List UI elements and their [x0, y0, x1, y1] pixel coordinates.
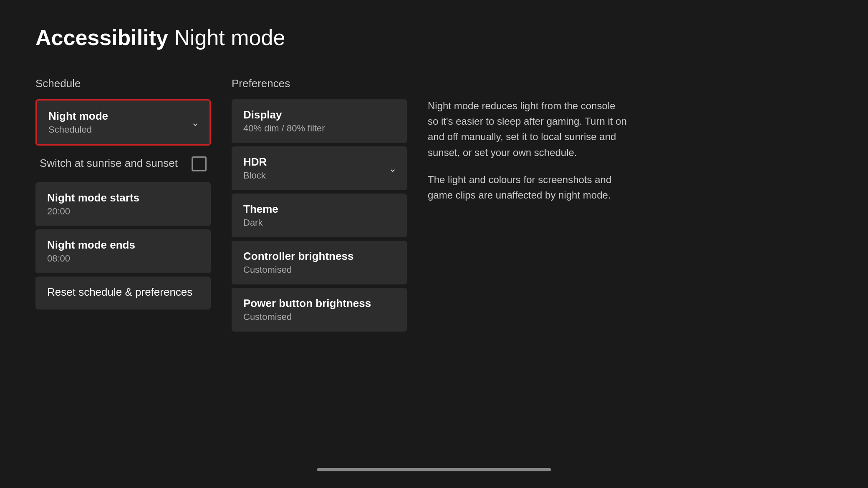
night-mode-chevron-icon: ⌄ — [191, 117, 199, 128]
scrollbar-container — [317, 468, 551, 471]
page-header: Accessibility Night mode — [35, 25, 285, 50]
night-mode-ends-title: Night mode ends — [47, 239, 199, 252]
breadcrumb-page: Night mode — [174, 25, 285, 50]
info-paragraph-1: Night mode reduces light from the consol… — [428, 98, 628, 160]
preferences-section-title: Preferences — [232, 77, 407, 90]
night-mode-ends-item[interactable]: Night mode ends 08:00 — [35, 229, 211, 273]
power-button-brightness-title: Power button brightness — [243, 297, 395, 310]
content-area: Schedule Night mode Scheduled ⌄ Switch a… — [35, 77, 807, 335]
reset-item[interactable]: Reset schedule & preferences — [35, 277, 211, 309]
controller-brightness-subtitle: Customised — [243, 264, 395, 275]
night-mode-ends-value: 08:00 — [47, 253, 199, 264]
info-text: Night mode reduces light from the consol… — [428, 98, 628, 203]
scrollbar-thumb[interactable] — [317, 468, 551, 471]
hdr-subtitle: Block — [243, 170, 395, 181]
info-paragraph-2: The light and colours for screenshots an… — [428, 172, 628, 203]
hdr-title: HDR — [243, 156, 395, 169]
power-button-brightness-subtitle: Customised — [243, 312, 395, 322]
night-mode-starts-item[interactable]: Night mode starts 20:00 — [35, 182, 211, 226]
theme-subtitle: Dark — [243, 217, 395, 228]
hdr-chevron-icon: ⌄ — [389, 163, 397, 174]
night-mode-title: Night mode — [48, 110, 198, 123]
schedule-section-title: Schedule — [35, 77, 211, 90]
breadcrumb-bold: Accessibility — [35, 25, 168, 50]
controller-brightness-title: Controller brightness — [243, 250, 395, 263]
theme-item[interactable]: Theme Dark — [232, 194, 407, 237]
info-column: Night mode reduces light from the consol… — [428, 77, 628, 335]
controller-brightness-item[interactable]: Controller brightness Customised — [232, 241, 407, 284]
theme-title: Theme — [243, 203, 395, 216]
preferences-column: Preferences Display 40% dim / 80% filter… — [232, 77, 407, 335]
sunrise-sunset-item[interactable]: Switch at sunrise and sunset — [35, 149, 211, 179]
reset-label: Reset schedule & preferences — [47, 286, 199, 299]
power-button-brightness-item[interactable]: Power button brightness Customised — [232, 288, 407, 332]
hdr-item[interactable]: HDR Block ⌄ — [232, 146, 407, 190]
schedule-column: Schedule Night mode Scheduled ⌄ Switch a… — [35, 77, 211, 335]
night-mode-starts-title: Night mode starts — [47, 191, 199, 204]
night-mode-starts-value: 20:00 — [47, 206, 199, 217]
sunrise-sunset-label: Switch at sunrise and sunset — [40, 157, 178, 170]
sunrise-sunset-checkbox[interactable] — [192, 156, 207, 171]
display-title: Display — [243, 108, 395, 121]
night-mode-item[interactable]: Night mode Scheduled ⌄ — [35, 99, 211, 146]
display-item[interactable]: Display 40% dim / 80% filter — [232, 99, 407, 143]
night-mode-subtitle: Scheduled — [48, 124, 198, 135]
display-subtitle: 40% dim / 80% filter — [243, 123, 395, 134]
